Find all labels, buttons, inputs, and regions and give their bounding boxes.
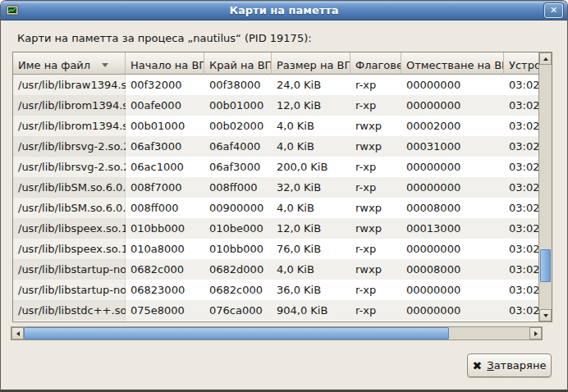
- titlebar[interactable]: Карти на паметта ✕: [1, 1, 567, 21]
- table-row[interactable]: /usr/lib/librsvg-2.so.2 06ac1000 06af300…: [13, 157, 552, 177]
- table-row[interactable]: /usr/lib/libraw1394.s 00f32000 00f38000 …: [13, 75, 552, 95]
- table-cell: 00002000: [401, 116, 504, 136]
- table-cell: 06823000: [126, 280, 204, 300]
- table-cell: 12,0 KiB: [272, 218, 350, 239]
- table-cell: /usr/lib/librom1394.s: [13, 95, 126, 116]
- table-cell: 00000000: [401, 280, 504, 300]
- table-row[interactable]: /usr/lib/librom1394.s 00afe000 00b01000 …: [13, 95, 552, 116]
- column-header-vm-start[interactable]: Начало на ВП: [126, 52, 204, 75]
- table-cell: /usr/lib/libspeex.so.1: [13, 218, 126, 239]
- table-cell: 00000000: [401, 75, 504, 95]
- table-cell: /usr/lib/libraw1394.s: [13, 75, 126, 95]
- table-cell: /usr/lib/librsvg-2.so.2: [13, 157, 126, 177]
- table-row[interactable]: /usr/lib/libstartup-not 06823000 0682c00…: [13, 280, 552, 300]
- close-button-label: Затваряне: [487, 359, 546, 371]
- table-cell: 00008000: [401, 198, 504, 218]
- table-cell: /usr/lib/libSM.so.6.0.0: [13, 177, 126, 198]
- scroll-left-button[interactable]: [11, 327, 24, 340]
- arrow-up-icon: [543, 57, 548, 61]
- table-cell: 00008000: [401, 259, 504, 280]
- scroll-down-button[interactable]: [539, 309, 552, 321]
- window-close-icon[interactable]: ✕: [544, 3, 563, 18]
- table-cell: r-xp: [350, 95, 401, 116]
- table-cell: 12,0 KiB: [272, 95, 350, 116]
- table-cell: 00b01000: [204, 95, 272, 116]
- arrow-right-icon: [534, 331, 538, 336]
- window-title: Карти на паметта: [1, 4, 567, 16]
- table-cell: 06af4000: [204, 136, 272, 157]
- table-cell: /usr/lib/librsvg-2.so.2: [13, 136, 126, 157]
- table-row[interactable]: /usr/lib/libspeex.so.1 010a8000 010bb000…: [13, 239, 552, 259]
- table-cell: 00013000: [401, 218, 504, 239]
- table-cell: r-xp: [350, 239, 401, 259]
- scroll-right-button[interactable]: [529, 327, 542, 340]
- table-cell: 4,0 KiB: [272, 198, 350, 218]
- column-header-filename[interactable]: Име на файл: [13, 52, 126, 75]
- table-cell: 00b02000: [204, 116, 272, 136]
- table-cell: 76,0 KiB: [272, 239, 350, 259]
- arrow-down-icon: [543, 314, 548, 317]
- close-x-icon: ✖: [473, 360, 483, 371]
- table-cell: 0682c000: [126, 259, 204, 280]
- process-description-label: Карти на паметта за процеса „nautilus“ (…: [17, 32, 312, 44]
- table-cell: 00000000: [401, 95, 504, 116]
- table-row[interactable]: /usr/lib/librom1394.s 00b01000 00b02000 …: [13, 116, 552, 136]
- table-cell: 0682d000: [204, 259, 272, 280]
- table-row[interactable]: /usr/lib/libSM.so.6.0.0 008f7000 008ff00…: [13, 177, 552, 198]
- table-cell: 010bb000: [126, 218, 204, 239]
- table-cell: 24,0 KiB: [272, 75, 350, 95]
- table-cell: 00b01000: [126, 116, 204, 136]
- table-cell: 32,0 KiB: [272, 177, 350, 198]
- column-header-vm-end[interactable]: Край на ВП: [204, 52, 272, 75]
- table-cell: 076ca000: [204, 300, 272, 321]
- table-cell: /usr/lib/libspeex.so.1: [13, 239, 126, 259]
- horizontal-scrollbar-thumb[interactable]: [24, 327, 449, 340]
- close-button[interactable]: ✖ Затваряне: [467, 353, 552, 377]
- table-cell: 008f7000: [126, 177, 204, 198]
- table-row[interactable]: /usr/lib/libstartup-not 0682c000 0682d00…: [13, 259, 552, 280]
- table-cell: 904,0 KiB: [272, 300, 350, 321]
- table-cell: 010be000: [204, 218, 272, 239]
- table-cell: 00000000: [401, 177, 504, 198]
- table-cell: 00000000: [401, 157, 504, 177]
- table-cell: 06af3000: [204, 157, 272, 177]
- table-cell: rwxp: [350, 116, 401, 136]
- table-cell: 06af3000: [126, 136, 204, 157]
- column-header-vm-offset[interactable]: Отместване на ВП: [401, 52, 504, 75]
- table-cell: 00f32000: [126, 75, 204, 95]
- table-cell: rwxp: [350, 198, 401, 218]
- table-body: /usr/lib/libraw1394.s 00f32000 00f38000 …: [13, 75, 552, 321]
- table-cell: 00031000: [401, 136, 504, 157]
- column-header-flags[interactable]: Флагове: [350, 52, 401, 75]
- table-cell: 0682c000: [204, 280, 272, 300]
- table-cell: /usr/lib/libSM.so.6.0.0: [13, 198, 126, 218]
- table-cell: r-xp: [350, 177, 401, 198]
- table-row[interactable]: /usr/lib/libSM.so.6.0.0 008ff000 0090000…: [13, 198, 552, 218]
- table-cell: r-xp: [350, 157, 401, 177]
- table-cell: rwxp: [350, 259, 401, 280]
- vertical-scrollbar[interactable]: [538, 52, 552, 321]
- table-cell: 4,0 KiB: [272, 116, 350, 136]
- table-cell: /usr/lib/libstartup-not: [13, 280, 126, 300]
- table-cell: 200,0 KiB: [272, 157, 350, 177]
- sort-descending-icon: [102, 63, 108, 67]
- table-cell: r-xp: [350, 280, 401, 300]
- table-cell: 00000000: [401, 239, 504, 259]
- table-cell: 06ac1000: [126, 157, 204, 177]
- table-cell: 008ff000: [126, 198, 204, 218]
- memory-maps-dialog: Карти на паметта ✕ Карти на паметта за п…: [0, 0, 568, 392]
- table-cell: r-xp: [350, 75, 401, 95]
- table-row[interactable]: /usr/lib/libspeex.so.1 010bb000 010be000…: [13, 218, 552, 239]
- table-row[interactable]: /usr/lib/libstdc++.so. 075e8000 076ca000…: [13, 300, 552, 321]
- table-row[interactable]: /usr/lib/librsvg-2.so.2 06af3000 06af400…: [13, 136, 552, 157]
- vertical-scrollbar-thumb[interactable]: [540, 249, 551, 282]
- table-cell: /usr/lib/librom1394.s: [13, 116, 126, 136]
- horizontal-scrollbar[interactable]: [11, 326, 543, 340]
- scroll-up-button[interactable]: [539, 52, 552, 65]
- table-cell: /usr/lib/libstdc++.so.: [13, 300, 126, 321]
- table-cell: 010a8000: [126, 239, 204, 259]
- table-cell: /usr/lib/libstartup-not: [13, 259, 126, 280]
- table-cell: 00000000: [401, 300, 504, 321]
- column-header-vm-size[interactable]: Размер на ВП: [272, 52, 350, 75]
- system-monitor-icon: [5, 3, 20, 18]
